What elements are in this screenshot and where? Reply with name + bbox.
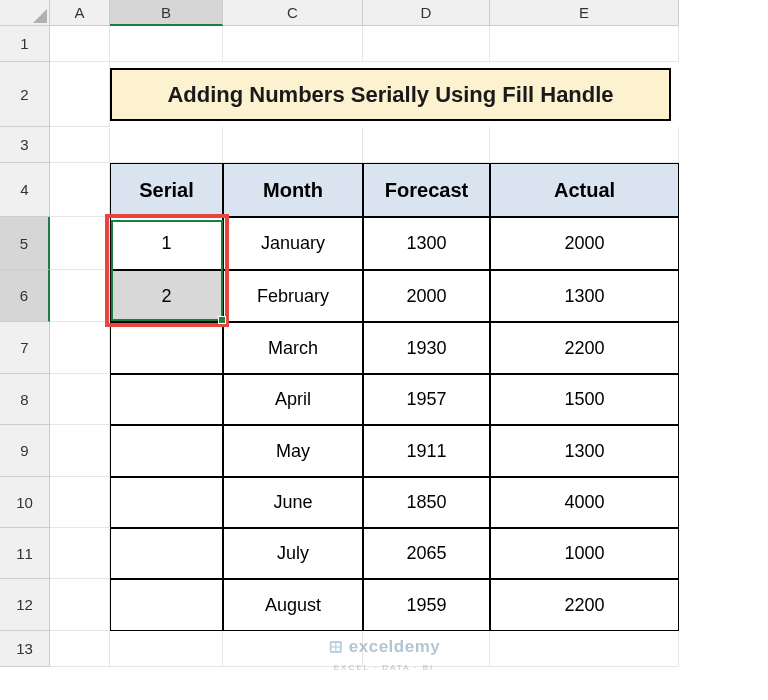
- cell-e3[interactable]: [490, 127, 679, 163]
- col-header-c[interactable]: C: [223, 0, 363, 26]
- cell-c12[interactable]: August: [223, 579, 363, 631]
- cell-e9[interactable]: 1300: [490, 425, 679, 477]
- cell-e11[interactable]: 1000: [490, 528, 679, 579]
- cell-a8[interactable]: [50, 374, 110, 425]
- row-header-3[interactable]: 3: [0, 127, 50, 163]
- cell-b9[interactable]: [110, 425, 223, 477]
- cell-d9[interactable]: 1911: [363, 425, 490, 477]
- cell-b7[interactable]: [110, 322, 223, 374]
- cell-e7[interactable]: 2200: [490, 322, 679, 374]
- svg-rect-0: [330, 641, 342, 653]
- cell-e1[interactable]: [490, 26, 679, 62]
- cell-a7[interactable]: [50, 322, 110, 374]
- logo-icon: [328, 639, 344, 655]
- header-actual[interactable]: Actual: [490, 163, 679, 217]
- cell-a3[interactable]: [50, 127, 110, 163]
- cell-e13[interactable]: [490, 631, 679, 667]
- watermark-name: exceldemy: [349, 637, 440, 657]
- cell-e8[interactable]: 1500: [490, 374, 679, 425]
- cell-d11[interactable]: 2065: [363, 528, 490, 579]
- cell-c10[interactable]: June: [223, 477, 363, 528]
- cell-d10[interactable]: 1850: [363, 477, 490, 528]
- cell-b11[interactable]: [110, 528, 223, 579]
- cell-c9[interactable]: May: [223, 425, 363, 477]
- row-header-11[interactable]: 11: [0, 528, 50, 579]
- row-header-6[interactable]: 6: [0, 270, 50, 322]
- row-header-10[interactable]: 10: [0, 477, 50, 528]
- cell-a13[interactable]: [50, 631, 110, 667]
- cell-b1[interactable]: [110, 26, 223, 62]
- row-header-2[interactable]: 2: [0, 62, 50, 127]
- cell-c5[interactable]: January: [223, 217, 363, 270]
- cell-b10[interactable]: [110, 477, 223, 528]
- cell-c8[interactable]: April: [223, 374, 363, 425]
- cell-a4[interactable]: [50, 163, 110, 217]
- col-header-d[interactable]: D: [363, 0, 490, 26]
- row-header-7[interactable]: 7: [0, 322, 50, 374]
- spreadsheet-grid: A B C D E 1 2 Adding Numbers Serially Us…: [0, 0, 768, 667]
- col-header-e[interactable]: E: [490, 0, 679, 26]
- cell-a2[interactable]: [50, 62, 110, 127]
- row-header-4[interactable]: 4: [0, 163, 50, 217]
- svg-rect-2: [336, 643, 339, 646]
- select-all-corner[interactable]: [0, 0, 50, 26]
- cell-c7[interactable]: March: [223, 322, 363, 374]
- svg-rect-1: [332, 643, 335, 646]
- cell-b12[interactable]: [110, 579, 223, 631]
- header-serial[interactable]: Serial: [110, 163, 223, 217]
- cell-e6[interactable]: 1300: [490, 270, 679, 322]
- cell-a12[interactable]: [50, 579, 110, 631]
- cell-b3[interactable]: [110, 127, 223, 163]
- cell-b13[interactable]: [110, 631, 223, 667]
- cell-b8[interactable]: [110, 374, 223, 425]
- row-header-5[interactable]: 5: [0, 217, 50, 270]
- row-header-13[interactable]: 13: [0, 631, 50, 667]
- cell-c6[interactable]: February: [223, 270, 363, 322]
- svg-rect-4: [336, 648, 339, 651]
- cell-c1[interactable]: [223, 26, 363, 62]
- cell-d7[interactable]: 1930: [363, 322, 490, 374]
- cell-d12[interactable]: 1959: [363, 579, 490, 631]
- cell-d6[interactable]: 2000: [363, 270, 490, 322]
- row-header-8[interactable]: 8: [0, 374, 50, 425]
- header-month[interactable]: Month: [223, 163, 363, 217]
- cell-d8[interactable]: 1957: [363, 374, 490, 425]
- col-header-b[interactable]: B: [110, 0, 223, 26]
- cell-a5[interactable]: [50, 217, 110, 270]
- cell-e5[interactable]: 2000: [490, 217, 679, 270]
- cell-c11[interactable]: July: [223, 528, 363, 579]
- cell-a1[interactable]: [50, 26, 110, 62]
- row-header-12[interactable]: 12: [0, 579, 50, 631]
- cell-d1[interactable]: [363, 26, 490, 62]
- cell-e10[interactable]: 4000: [490, 477, 679, 528]
- row-header-1[interactable]: 1: [0, 26, 50, 62]
- title-merged-cell[interactable]: Adding Numbers Serially Using Fill Handl…: [110, 68, 671, 121]
- cell-c3[interactable]: [223, 127, 363, 163]
- cell-d5[interactable]: 1300: [363, 217, 490, 270]
- header-forecast[interactable]: Forecast: [363, 163, 490, 217]
- cell-b6[interactable]: 2: [110, 270, 223, 322]
- row-header-9[interactable]: 9: [0, 425, 50, 477]
- cell-e12[interactable]: 2200: [490, 579, 679, 631]
- cell-d3[interactable]: [363, 127, 490, 163]
- cell-a11[interactable]: [50, 528, 110, 579]
- cell-a6[interactable]: [50, 270, 110, 322]
- cell-b5[interactable]: 1: [110, 217, 223, 270]
- svg-rect-3: [332, 648, 335, 651]
- watermark-tag: EXCEL · DATA · BI: [334, 663, 435, 672]
- cell-a10[interactable]: [50, 477, 110, 528]
- col-header-a[interactable]: A: [50, 0, 110, 26]
- cell-a9[interactable]: [50, 425, 110, 477]
- watermark: exceldemy EXCEL · DATA · BI: [328, 637, 440, 672]
